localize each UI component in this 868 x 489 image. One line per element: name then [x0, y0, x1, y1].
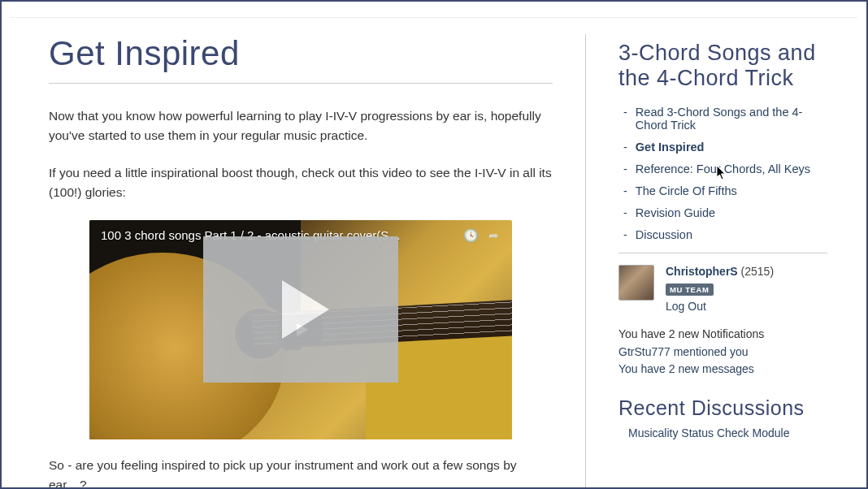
- nav-item-get-inspired: -Get Inspired: [618, 141, 827, 154]
- nav-item-revision: -Revision Guide: [618, 206, 827, 219]
- nav-link[interactable]: Discussion: [636, 228, 692, 241]
- top-border-area: [10, 2, 858, 18]
- user-points: (2515): [741, 265, 774, 278]
- intro-paragraph-1: Now that you know how powerful learning …: [49, 106, 553, 145]
- nav-link[interactable]: Get Inspired: [636, 141, 705, 154]
- video-container: 100 3 chord songs Part 1 / 2 - acoustic …: [89, 220, 512, 439]
- video-watch-later-share[interactable]: 🕓 ➦: [463, 228, 502, 243]
- page-title: Get Inspired: [49, 34, 553, 84]
- module-nav: -Read 3-Chord Songs and the 4-Chord Tric…: [618, 106, 827, 241]
- user-badge: MU TEAM: [666, 283, 714, 296]
- nav-item-reference: -Reference: Four Chords, All Keys: [618, 162, 827, 175]
- logout-link[interactable]: Log Out: [666, 300, 774, 313]
- share-icon[interactable]: ➦: [488, 228, 502, 242]
- nav-link[interactable]: Reference: Four Chords, All Keys: [636, 162, 810, 175]
- divider: [618, 253, 827, 253]
- watch-later-icon[interactable]: 🕓: [463, 228, 482, 242]
- notification-link-mention[interactable]: GtrStu777 mentioned you: [618, 344, 827, 361]
- user-name[interactable]: ChristopherS: [666, 265, 738, 278]
- nav-item-read: -Read 3-Chord Songs and the 4-Chord Tric…: [618, 106, 827, 132]
- nav-link[interactable]: Revision Guide: [636, 206, 715, 219]
- recent-discussions-heading: Recent Discussions: [618, 396, 827, 420]
- sidebar-heading: 3-Chord Songs and the 4-Chord Trick: [618, 41, 827, 91]
- nav-item-discussion: -Discussion: [618, 228, 827, 241]
- notifications-header: You have 2 new Notifications: [618, 326, 827, 344]
- outro-paragraph: So - are you feeling inspired to pick up…: [49, 456, 553, 489]
- user-name-row: ChristopherS (2515): [666, 265, 774, 278]
- intro-paragraph-2: If you need a little inspirational boost…: [49, 163, 553, 202]
- play-icon: [282, 280, 329, 339]
- discussion-link[interactable]: Musicality Status Check Module: [628, 426, 827, 439]
- sidebar: 3-Chord Songs and the 4-Chord Trick -Rea…: [585, 34, 827, 489]
- user-panel: ChristopherS (2515) MU TEAM Log Out: [618, 265, 827, 313]
- nav-item-circle: -The Circle Of Fifths: [618, 184, 827, 197]
- avatar[interactable]: [618, 265, 654, 301]
- overlay-play-panel[interactable]: [203, 236, 398, 383]
- main-content: Get Inspired Now that you know how power…: [49, 34, 553, 489]
- notifications-block: You have 2 new Notifications GtrStu777 m…: [618, 326, 827, 379]
- nav-link[interactable]: Read 3-Chord Songs and the 4-Chord Trick: [636, 106, 827, 132]
- notification-link-messages[interactable]: You have 2 new messages: [618, 361, 827, 379]
- nav-link[interactable]: The Circle Of Fifths: [636, 184, 737, 197]
